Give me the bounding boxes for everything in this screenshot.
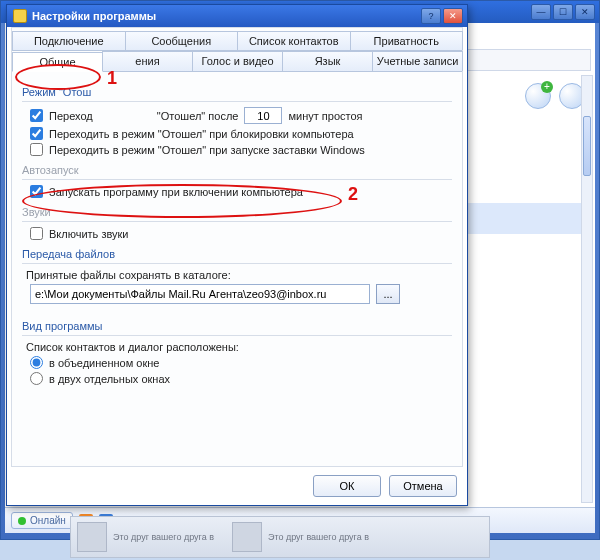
checkbox-autostart-label: Запускать программу при включении компью…: [49, 186, 303, 198]
online-status-button[interactable]: Онлайн: [11, 512, 73, 529]
tab-privacy[interactable]: Приватность: [350, 31, 464, 50]
dialog-help-button[interactable]: ?: [421, 8, 441, 24]
suggestion-text: Это друг вашего друга в: [113, 532, 214, 542]
suggestion-card[interactable]: Это друг вашего друга в: [232, 520, 369, 554]
toolbar-icons: +: [525, 83, 585, 109]
tab-voice-video[interactable]: Голос и видео: [192, 51, 283, 71]
radio-split-windows[interactable]: [30, 372, 43, 385]
app-icon: [13, 9, 27, 23]
dialog-title-text: Настройки программы: [32, 10, 156, 22]
tab-connection[interactable]: Подключение: [12, 31, 126, 50]
view-layout-label: Список контактов и диалог расположены:: [26, 341, 239, 353]
bottom-suggestions: Это друг вашего друга в Это друг вашего …: [70, 516, 490, 558]
cancel-button[interactable]: Отмена: [389, 475, 457, 497]
checkbox-autostart[interactable]: [30, 185, 43, 198]
status-label: Онлайн: [30, 515, 66, 526]
dialog-titlebar: Настройки программы ? ✕: [7, 5, 467, 27]
close-button[interactable]: ✕: [575, 4, 595, 20]
checkbox-sounds[interactable]: [30, 227, 43, 240]
away-minutes-suffix: минут простоя: [288, 110, 362, 122]
tab-language[interactable]: Язык: [282, 51, 373, 71]
checkbox-away-screensaver-label: Переходить в режим "Отошел" при запуске …: [49, 144, 365, 156]
radio-split-windows-label: в двух отдельных окнах: [49, 373, 170, 385]
dialog-title: Настройки программы: [13, 9, 156, 23]
group-autostart-label: Автозапуск: [22, 164, 452, 176]
tab-notifications[interactable]: ения: [102, 51, 193, 71]
tab-accounts[interactable]: Учетные записи: [372, 51, 463, 71]
checkbox-away-screensaver[interactable]: [30, 143, 43, 156]
avatar: [232, 522, 262, 552]
group-files-label: Передача файлов: [22, 248, 452, 260]
tab-general-panel: Режим "Отош Переход "Отошел" после минут…: [12, 72, 462, 392]
dialog-close-button[interactable]: ✕: [443, 8, 463, 24]
checkbox-away-lock[interactable]: [30, 127, 43, 140]
ok-button[interactable]: ОК: [313, 475, 381, 497]
tabs-row-1: Подключение Сообщения Список контактов П…: [12, 31, 462, 51]
checkbox-away-lock-label: Переходить в режим "Отошел" при блокиров…: [49, 128, 354, 140]
dialog-body: Подключение Сообщения Список контактов П…: [11, 27, 463, 467]
scrollbar-thumb[interactable]: [583, 116, 591, 176]
files-path-input[interactable]: [30, 284, 370, 304]
group-sounds-label: Звуки: [22, 206, 452, 218]
contacts-scrollbar[interactable]: [581, 75, 593, 503]
online-dot-icon: [18, 517, 26, 525]
browse-button[interactable]: ...: [376, 284, 400, 304]
checkbox-sounds-label: Включить звуки: [49, 228, 129, 240]
tab-messages[interactable]: Сообщения: [125, 31, 239, 50]
files-path-label: Принятые файлы сохранять в каталоге:: [26, 269, 231, 281]
checkbox-away-idle[interactable]: [30, 109, 43, 122]
tabs-row-2: Общие ения Голос и видео Язык Учетные за…: [12, 51, 462, 72]
tab-contact-list[interactable]: Список контактов: [237, 31, 351, 50]
suggestion-card[interactable]: Это друг вашего друга в: [77, 520, 214, 554]
radio-joined-window[interactable]: [30, 356, 43, 369]
radio-joined-window-label: в объединенном окне: [49, 357, 159, 369]
dialog-button-row: ОК Отмена: [313, 475, 457, 497]
maximize-button[interactable]: ☐: [553, 4, 573, 20]
add-contact-icon[interactable]: +: [525, 83, 551, 109]
suggestion-text: Это друг вашего друга в: [268, 532, 369, 542]
minimize-button[interactable]: —: [531, 4, 551, 20]
avatar: [77, 522, 107, 552]
checkbox-away-idle-label: Переход "Отошел" после: [49, 110, 238, 122]
group-view-label: Вид программы: [22, 320, 452, 332]
group-away-label: Режим "Отош: [22, 86, 452, 98]
settings-dialog: Настройки программы ? ✕ Подключение Сооб…: [6, 4, 468, 506]
away-minutes-input[interactable]: [244, 107, 282, 124]
tab-general[interactable]: Общие: [12, 52, 103, 72]
